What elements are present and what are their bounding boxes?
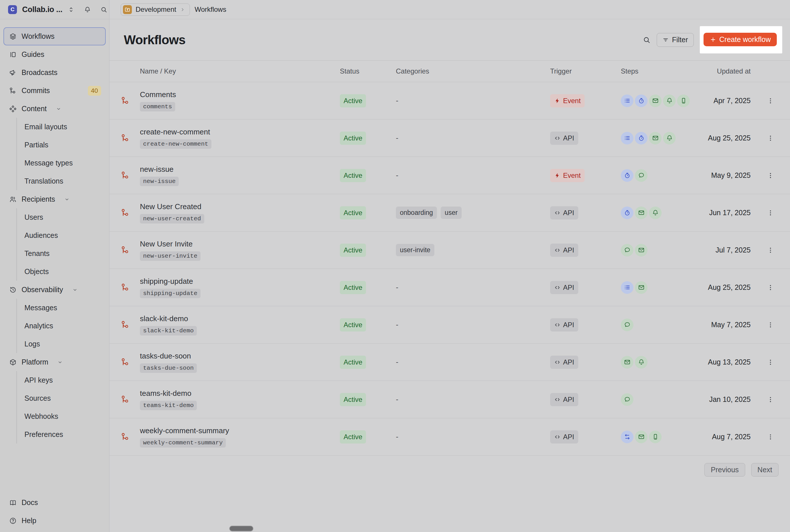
- sidebar-item-objects[interactable]: Objects: [17, 263, 106, 281]
- sidebar-subitem-label: Partials: [24, 141, 48, 149]
- row-actions-menu-button[interactable]: [765, 357, 776, 368]
- sidebar-item-webhooks[interactable]: Webhooks: [17, 407, 106, 425]
- sidebar-item-docs[interactable]: Docs: [3, 494, 106, 512]
- table-row[interactable]: CommentscommentsActive-EventApr 7, 2025: [110, 82, 790, 119]
- sidebar: C Collab.io ... WorkflowsGuidesBroadcast…: [0, 0, 110, 532]
- table-row[interactable]: slack-kit-demoslack-kit-demoActive-APIMa…: [110, 306, 790, 344]
- sidebar-item-tenants[interactable]: Tenants: [17, 245, 106, 263]
- trigger-label: API: [563, 321, 574, 329]
- table-row[interactable]: tasks-due-soontasks-due-soonActive-APIAu…: [110, 344, 790, 381]
- trigger-badge: API: [550, 356, 578, 369]
- sidebar-subitem-label: Sources: [24, 394, 51, 402]
- table-row[interactable]: new-issuenew-issueActive-EventMay 9, 202…: [110, 157, 790, 194]
- previous-page-button[interactable]: Previous: [705, 463, 745, 477]
- sidebar-item-commits[interactable]: Commits40: [3, 81, 106, 100]
- sidebar-item-email-layouts[interactable]: Email layouts: [17, 118, 106, 136]
- sidebar-item-guides[interactable]: Guides: [3, 45, 106, 63]
- workflows-table: Name / Key Status Categories Trigger Ste…: [110, 60, 790, 456]
- folder-icon: [124, 6, 130, 13]
- filter-button[interactable]: Filter: [657, 33, 694, 47]
- categories-cell: -: [396, 395, 550, 404]
- table-row[interactable]: teams-kit-demoteams-kit-demoActive-APIJa…: [110, 381, 790, 418]
- cube-icon: [9, 359, 17, 366]
- table-row[interactable]: shipping-updateshipping-updateActive-API…: [110, 269, 790, 306]
- sidebar-subitem-label: Preferences: [24, 430, 63, 439]
- pagination: Previous Next: [110, 456, 790, 477]
- row-actions-menu-button[interactable]: [765, 95, 776, 107]
- table-row[interactable]: weekly-comment-summaryweekly-comment-sum…: [110, 418, 790, 456]
- row-actions-menu-button[interactable]: [765, 282, 776, 293]
- sidebar-item-preferences[interactable]: Preferences: [17, 425, 106, 443]
- row-actions-menu-button[interactable]: [765, 170, 776, 181]
- sidebar-subgroup-observability: MessagesAnalyticsLogs: [16, 299, 106, 353]
- trigger-badge: API: [550, 393, 578, 406]
- table-row[interactable]: create-new-commentcreate-new-commentActi…: [110, 119, 790, 157]
- sidebar-item-analytics[interactable]: Analytics: [17, 317, 106, 335]
- table-row[interactable]: New User Creatednew-user-createdActiveon…: [110, 194, 790, 231]
- row-actions-menu-button[interactable]: [765, 245, 776, 256]
- sidebar-item-content[interactable]: Content: [3, 100, 106, 118]
- history-icon: [9, 286, 17, 293]
- status-badge: Active: [340, 169, 366, 182]
- workflow-key-badge: new-issue: [140, 177, 179, 186]
- phone-step-icon: [680, 97, 687, 104]
- row-actions-menu-button[interactable]: [765, 394, 776, 405]
- kebab-menu-icon: [767, 284, 774, 291]
- create-workflow-button[interactable]: Create workflow: [704, 33, 777, 46]
- sidebar-item-platform[interactable]: Platform: [3, 353, 106, 371]
- sidebar-item-label: Help: [22, 516, 36, 525]
- sidebar-item-workflows[interactable]: Workflows: [3, 27, 106, 45]
- sidebar-search-icon[interactable]: [100, 6, 108, 13]
- sidebar-item-message-types[interactable]: Message types: [17, 154, 106, 172]
- status-badge: Active: [340, 206, 366, 220]
- sidebar-item-audiences[interactable]: Audiences: [17, 226, 106, 245]
- sidebar-item-logs[interactable]: Logs: [17, 335, 106, 353]
- search-icon[interactable]: [643, 36, 651, 44]
- step-list: [621, 132, 633, 145]
- row-actions-menu-button[interactable]: [765, 319, 776, 330]
- sidebar-item-messages[interactable]: Messages: [17, 299, 106, 317]
- workspace-name[interactable]: Collab.io ...: [22, 5, 62, 14]
- code-brackets-icon: [554, 210, 560, 216]
- workflow-name-cell: slack-kit-demoslack-kit-demo: [140, 314, 340, 336]
- notifications-bell-icon[interactable]: [84, 6, 91, 13]
- trigger-label: API: [563, 134, 574, 142]
- sidebar-item-help[interactable]: Help: [3, 512, 106, 530]
- status-cell: Active: [340, 169, 396, 182]
- steps-cell: [621, 207, 698, 219]
- categories-empty: -: [396, 171, 399, 180]
- sidebar-item-label: Guides: [22, 50, 44, 59]
- updated-at: Aug 7, 2025: [698, 433, 751, 441]
- sidebar-item-observability[interactable]: Observability: [3, 281, 106, 299]
- kebab-menu-icon: [767, 433, 774, 441]
- sidebar-item-broadcasts[interactable]: Broadcasts: [3, 63, 106, 81]
- sidebar-item-partials[interactable]: Partials: [17, 136, 106, 154]
- workflow-key-badge: slack-kit-demo: [140, 326, 197, 336]
- sidebar-item-sources[interactable]: Sources: [17, 389, 106, 407]
- trigger-label: Event: [563, 97, 581, 105]
- layers-icon: [9, 33, 17, 40]
- workflow-name-cell: Commentscomments: [140, 90, 340, 112]
- updated-at: Aug 25, 2025: [698, 134, 751, 142]
- table-row[interactable]: New User Invitenew-user-inviteActiveuser…: [110, 231, 790, 269]
- updated-at: Aug 13, 2025: [698, 358, 751, 366]
- breadcrumb-page-label: Workflows: [194, 5, 226, 14]
- row-actions-menu-button[interactable]: [765, 431, 776, 443]
- steps-cell: [621, 169, 698, 182]
- sidebar-item-recipients[interactable]: Recipients: [3, 190, 106, 208]
- sidebar-item-translations[interactable]: Translations: [17, 172, 106, 190]
- row-actions-menu-button[interactable]: [765, 132, 776, 144]
- kebab-menu-icon: [767, 134, 774, 142]
- next-page-button[interactable]: Next: [751, 463, 778, 477]
- filter-button-label: Filter: [672, 36, 688, 44]
- swap-step-icon: [624, 433, 631, 440]
- categories-empty: -: [396, 432, 399, 441]
- sidebar-item-api-keys[interactable]: API keys: [17, 371, 106, 389]
- sidebar-item-users[interactable]: Users: [17, 208, 106, 226]
- breadcrumb-environment[interactable]: Development: [121, 3, 190, 16]
- row-actions-menu-button[interactable]: [765, 207, 776, 218]
- step-mail: [635, 281, 648, 294]
- workspace-switcher-icon[interactable]: [68, 6, 75, 13]
- trigger-cell: API: [550, 281, 621, 294]
- horizontal-scrollbar-thumb[interactable]: [229, 526, 253, 531]
